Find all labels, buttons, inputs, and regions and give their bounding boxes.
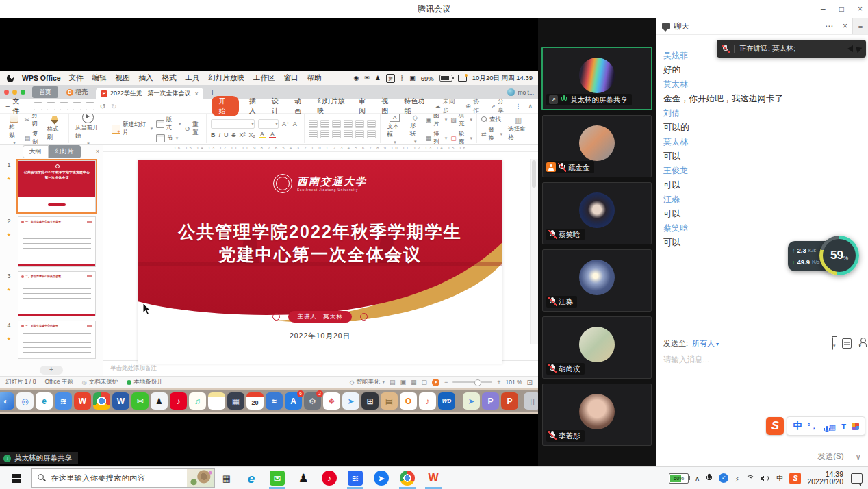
- wechat-status-icon[interactable]: [364, 75, 370, 82]
- dock-icon[interactable]: ◎: [16, 392, 34, 410]
- dock-icon[interactable]: O: [400, 392, 417, 410]
- ribbon-tab[interactable]: 动画: [294, 97, 307, 116]
- dock-icon[interactable]: ♪: [419, 392, 436, 410]
- tab-slides[interactable]: 幻灯片: [49, 145, 81, 158]
- wps-tab-home[interactable]: 首页: [32, 86, 58, 98]
- view-slide-sorter-icon[interactable]: ▣: [400, 379, 406, 386]
- mic-tray-icon[interactable]: [706, 473, 713, 483]
- cut-button[interactable]: 剪切: [25, 114, 42, 128]
- chat-menu-icon[interactable]: ⋯: [820, 21, 838, 31]
- quick-access-icons[interactable]: [34, 102, 94, 110]
- layout-button[interactable]: 版式: [156, 116, 181, 132]
- taskbar-app-icon[interactable]: [394, 467, 420, 489]
- bold-button[interactable]: B: [211, 131, 216, 138]
- redo-icon[interactable]: [111, 103, 116, 110]
- slide-thumbnail[interactable]: 4 三、对学生党建中心的期望: [0, 321, 103, 359]
- ribbon-tab[interactable]: 审阅: [359, 97, 371, 116]
- close-button[interactable]: ×: [858, 4, 863, 14]
- file-menu-button[interactable]: 文件: [5, 97, 25, 116]
- bluetooth-icon[interactable]: [400, 75, 404, 82]
- mac-menu-item[interactable]: 工具: [186, 73, 200, 83]
- hidden-icons-chevron[interactable]: ∧: [695, 475, 700, 482]
- ime-language-toggle[interactable]: 中: [793, 420, 802, 432]
- view-normal-icon[interactable]: ▤: [390, 379, 396, 386]
- mention-button[interactable]: ▾: [858, 338, 861, 350]
- mac-menu-item[interactable]: 格式: [162, 73, 177, 83]
- mac-menu-item[interactable]: 视图: [116, 73, 130, 83]
- dock-icon[interactable]: ⊞: [361, 392, 379, 410]
- dock-icon[interactable]: W: [112, 392, 129, 410]
- dock-icon[interactable]: ◐: [0, 392, 14, 410]
- dock-icon[interactable]: A 6: [285, 392, 302, 410]
- ribbon-tab[interactable]: 视图: [381, 97, 394, 116]
- view-grid-icon[interactable]: ▦: [411, 379, 417, 386]
- screen-share-indicator[interactable]: ↓ 莫太林的屏幕共享: [0, 452, 78, 464]
- taskbar-app-icon[interactable]: ➤: [368, 467, 394, 489]
- message-sender[interactable]: 莫太林: [663, 135, 861, 149]
- sogou-tray-icon[interactable]: S: [789, 473, 801, 484]
- dock-icon[interactable]: [93, 392, 110, 410]
- dock-icon[interactable]: ➤: [463, 392, 480, 410]
- message-sender[interactable]: 莫太林: [663, 77, 861, 92]
- ribbon-tab[interactable]: 幻灯片放映: [317, 97, 348, 116]
- taskbar-app-icon[interactable]: ✉: [264, 467, 290, 489]
- dock-icon[interactable]: P: [482, 392, 499, 410]
- ime-skin-icon[interactable]: [841, 420, 846, 432]
- shapes-button[interactable]: 形状: [408, 114, 422, 145]
- theme-name[interactable]: Office 主题: [44, 378, 73, 386]
- send-button[interactable]: 发送(S): [817, 451, 843, 462]
- add-slide-button[interactable]: +: [40, 366, 63, 375]
- taskbar-app-icon[interactable]: W: [420, 467, 446, 489]
- beautify-button[interactable]: 智能美化: [350, 378, 385, 386]
- italic-button[interactable]: I: [218, 131, 220, 138]
- copy-button[interactable]: 复制: [25, 130, 42, 145]
- paste-button[interactable]: 粘贴: [7, 114, 21, 145]
- input-method-icon[interactable]: 拼: [386, 74, 395, 83]
- message-sender[interactable]: 蔡笑晗: [663, 221, 861, 236]
- mac-menu-item[interactable]: 文件: [69, 73, 84, 83]
- participant-tile[interactable]: 蔡笑晗: [542, 182, 652, 244]
- dock-icon[interactable]: ❖: [323, 392, 340, 410]
- arrange-button[interactable]: 排列: [426, 130, 448, 145]
- message-sender[interactable]: 江淼: [663, 192, 861, 207]
- dock-icon[interactable]: ♫: [189, 392, 206, 410]
- dock-icon[interactable]: ⚙ 2: [304, 392, 321, 410]
- ribbon-tab[interactable]: 特色功能: [404, 97, 429, 116]
- ribbon-tab[interactable]: 插入: [249, 97, 261, 116]
- taskbar-app-icon[interactable]: e: [238, 467, 264, 489]
- security-shield-icon[interactable]: [719, 473, 728, 483]
- slideshow-button[interactable]: [432, 379, 439, 386]
- superscript-button[interactable]: X²: [239, 131, 245, 138]
- collaborate-button[interactable]: 协作: [465, 97, 483, 115]
- format-painter-button[interactable]: 格式刷: [45, 116, 64, 142]
- send-options-icon[interactable]: ∨: [856, 452, 861, 462]
- backup-status[interactable]: 本地备份开: [127, 378, 163, 386]
- apple-menu-icon[interactable]: [7, 75, 14, 82]
- slide[interactable]: 西南交通大学 Southwest Jiaotong University 公共管…: [138, 160, 502, 364]
- font-color-button[interactable]: A: [269, 131, 276, 138]
- dock-icon[interactable]: ➤: [342, 392, 359, 410]
- volume-icon[interactable]: [761, 475, 770, 482]
- participant-tile[interactable]: 李若彤: [542, 384, 652, 446]
- ime-toolbox-icon[interactable]: [852, 423, 859, 430]
- participant-tile[interactable]: 江淼: [542, 249, 652, 312]
- display-status-icon[interactable]: [458, 75, 467, 82]
- ime-punctuation-toggle[interactable]: °，: [807, 421, 817, 431]
- mac-menu-item[interactable]: 编辑: [92, 73, 107, 83]
- mac-menu-item[interactable]: 工作区: [253, 73, 275, 83]
- fit-window-icon[interactable]: [527, 379, 533, 386]
- dock-icon[interactable]: ▤: [381, 392, 398, 410]
- underline-button[interactable]: U: [224, 131, 229, 138]
- dock-icon[interactable]: ≋: [55, 392, 72, 410]
- subscript-button[interactable]: X₂: [248, 131, 255, 138]
- selection-pane-button[interactable]: 选择窗格: [506, 116, 531, 142]
- power-icon[interactable]: [735, 472, 739, 484]
- chat-close-icon[interactable]: ×: [838, 21, 852, 31]
- ime-keyboard-icon[interactable]: [829, 420, 836, 432]
- fill-button[interactable]: 填充: [450, 114, 472, 128]
- mac-menu-item[interactable]: 窗口: [284, 73, 298, 83]
- participant-tile[interactable]: 疏金金: [542, 115, 652, 177]
- dock-icon[interactable]: WD: [438, 392, 455, 410]
- dock-icon[interactable]: ✉: [131, 392, 149, 410]
- minimize-button[interactable]: –: [821, 4, 826, 14]
